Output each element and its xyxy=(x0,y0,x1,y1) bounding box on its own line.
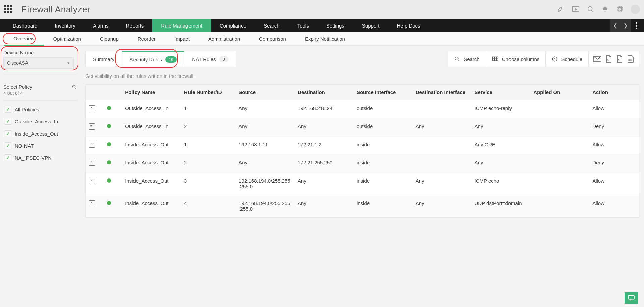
rocket-icon[interactable] xyxy=(557,6,564,13)
col-policy-name[interactable]: Policy Name xyxy=(122,85,181,100)
tab-nat-rules[interactable]: NAT Rules 0 xyxy=(184,51,235,67)
svg-point-3 xyxy=(455,57,458,60)
nav-support[interactable]: Support xyxy=(353,19,388,32)
search-icon[interactable] xyxy=(587,6,594,13)
device-select[interactable]: CiscoASA ▼ xyxy=(3,57,74,69)
col-source[interactable]: Source xyxy=(235,85,294,100)
subnav-comparison[interactable]: Comparison xyxy=(250,32,296,46)
row-doc-icon[interactable] xyxy=(89,105,95,111)
policy-label: Outside_Access_In xyxy=(15,119,58,124)
subnav-reorder[interactable]: Reorder xyxy=(128,32,165,46)
svg-text:X: X xyxy=(618,59,620,61)
nat-rules-count-badge: 0 xyxy=(219,56,228,62)
policy-item-outside-access-in[interactable]: ✓Outside_Access_In xyxy=(3,115,77,127)
svg-point-1 xyxy=(588,7,592,11)
table-row[interactable]: Outside_Access_In 2 Any Any outside Any … xyxy=(86,118,639,136)
export-pdf-icon[interactable]: A xyxy=(605,55,612,63)
subnav-impact[interactable]: Impact xyxy=(165,32,199,46)
tab-label: Security Rules xyxy=(129,57,162,62)
nav-more-icon[interactable] xyxy=(631,19,641,32)
cell-policy-name: Inside_Access_Out xyxy=(122,172,181,195)
nav-compliance[interactable]: Compliance xyxy=(211,19,255,32)
table-row[interactable]: Outside_Access_In 1 Any 192.168.216.241 … xyxy=(86,100,639,118)
col-destination-interface[interactable]: Destination Interface xyxy=(412,85,471,100)
nav-tools[interactable]: Tools xyxy=(288,19,318,32)
nav-search[interactable]: Search xyxy=(255,19,288,32)
cell-rule-id: 4 xyxy=(181,195,235,217)
nav-next-icon[interactable]: ❯ xyxy=(621,19,631,32)
policy-item-inside-access-out[interactable]: ✓Inside_Access_Out xyxy=(3,127,77,140)
cell-destination: 172.21.255.250 xyxy=(294,154,353,172)
col-applied-on[interactable]: Applied On xyxy=(530,85,589,100)
gear-icon[interactable] xyxy=(616,6,623,13)
presentation-icon[interactable] xyxy=(572,6,580,13)
nav-dashboard[interactable]: Dashboard xyxy=(4,19,46,32)
cell-source: 192.168.194.0/255.255.255.0 xyxy=(235,195,294,217)
cell-source-interface: inside xyxy=(353,195,412,217)
cell-destination-interface: Any xyxy=(412,118,471,136)
bell-icon[interactable] xyxy=(602,6,608,13)
check-icon: ✓ xyxy=(5,106,11,113)
main-panel: Summary Security Rules 16 NAT Rules 0 Se… xyxy=(80,46,644,218)
subnav-overview[interactable]: Overview xyxy=(4,32,44,46)
subnav-expiry-notification[interactable]: Expiry Notification xyxy=(296,32,355,46)
subnav-cleanup[interactable]: Cleanup xyxy=(91,32,128,46)
choose-columns-button[interactable]: Choose columns xyxy=(486,51,546,67)
rules-table: Policy Name Rule Number/ID Source Destin… xyxy=(85,84,639,218)
nav-settings[interactable]: Settings xyxy=(318,19,353,32)
col-source-interface[interactable]: Source Interface xyxy=(353,85,412,100)
search-label: Search xyxy=(464,56,480,62)
export-mail-icon[interactable] xyxy=(593,56,601,62)
row-doc-icon[interactable] xyxy=(89,200,95,206)
cell-action: Allow xyxy=(589,100,639,118)
table-row[interactable]: Inside_Access_Out 3 192.168.194.0/255.25… xyxy=(86,172,639,195)
security-rules-count-badge: 16 xyxy=(165,56,177,63)
nav-reports[interactable]: Reports xyxy=(117,19,153,32)
check-icon: ✓ xyxy=(5,130,11,137)
nav-prev-icon[interactable]: ❮ xyxy=(610,19,621,32)
cell-action: Deny xyxy=(589,154,639,172)
cell-source-interface: inside xyxy=(353,172,412,195)
policy-search-icon[interactable] xyxy=(72,84,77,90)
table-row[interactable]: Inside_Access_Out 4 192.168.194.0/255.25… xyxy=(86,195,639,217)
policy-item-all[interactable]: ✓All Policies xyxy=(3,103,77,115)
policy-label: NA_IPSEC-VPN xyxy=(15,155,52,161)
search-button[interactable]: Search xyxy=(448,51,486,67)
table-row[interactable]: Inside_Access_Out 1 192.168.1.11 172.21.… xyxy=(86,136,639,154)
table-row[interactable]: Inside_Access_Out 2 Any 172.21.255.250 i… xyxy=(86,154,639,172)
col-service[interactable]: Service xyxy=(471,85,530,100)
row-doc-icon[interactable] xyxy=(89,142,95,148)
col-action[interactable]: Action xyxy=(589,85,639,100)
policy-item-no-nat[interactable]: ✓NO-NAT xyxy=(3,140,77,152)
export-xls-icon[interactable]: X xyxy=(616,55,623,63)
choose-columns-label: Choose columns xyxy=(502,56,540,62)
row-doc-icon[interactable] xyxy=(89,160,95,166)
cell-destination: Any xyxy=(294,195,353,217)
tab-security-rules[interactable]: Security Rules 16 xyxy=(122,51,184,67)
user-avatar[interactable] xyxy=(631,5,640,14)
export-csv-icon[interactable]: CSV xyxy=(627,55,634,63)
table-header-row: Policy Name Rule Number/ID Source Destin… xyxy=(86,85,639,100)
nav-alarms[interactable]: Alarms xyxy=(84,19,117,32)
cell-source-interface: inside xyxy=(353,136,412,154)
tab-summary[interactable]: Summary xyxy=(86,51,122,67)
nav-rule-management[interactable]: Rule Management xyxy=(152,19,211,32)
schedule-button[interactable]: Schedule xyxy=(545,51,589,67)
row-doc-icon[interactable] xyxy=(89,123,95,130)
subnav-optimization[interactable]: Optimization xyxy=(44,32,91,46)
apps-launcher-icon[interactable] xyxy=(4,5,12,13)
cell-source-interface: inside xyxy=(353,154,412,172)
chevron-down-icon: ▼ xyxy=(67,61,70,65)
col-rule-id[interactable]: Rule Number/ID xyxy=(181,85,235,100)
page-subtitle: Get visibility on all the rules written … xyxy=(85,73,639,79)
nav-inventory[interactable]: Inventory xyxy=(46,19,84,32)
col-destination[interactable]: Destination xyxy=(294,85,353,100)
row-doc-icon[interactable] xyxy=(89,178,95,184)
subnav-administration[interactable]: Administration xyxy=(199,32,250,46)
cell-source: Any xyxy=(235,118,294,136)
cell-applied-on xyxy=(530,100,589,118)
policy-item-na-ipsec-vpn[interactable]: ✓NA_IPSEC-VPN xyxy=(3,152,77,164)
nav-help-docs[interactable]: Help Docs xyxy=(388,19,429,32)
cell-destination: 192.168.216.241 xyxy=(294,100,353,118)
col-status xyxy=(104,85,122,100)
